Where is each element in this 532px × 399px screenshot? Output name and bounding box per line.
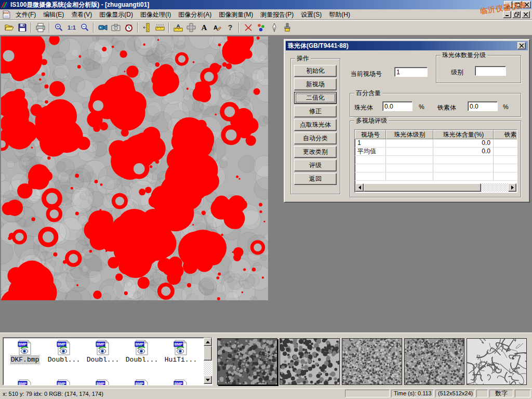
title-bar[interactable]: IS100显微摄像系统(金相分析版) - [zhuguangti01] xyxy=(0,0,532,9)
menu-image-analysis[interactable]: 图像分析(A) xyxy=(175,10,215,19)
file-name[interactable]: DKF.bmp xyxy=(11,356,39,364)
menu-edit[interactable]: 编辑(E) xyxy=(39,10,68,19)
scroll-down-button[interactable] xyxy=(204,376,212,384)
file-name[interactable]: Doubl... xyxy=(87,356,119,364)
file-item[interactable]: BMP DKF.bmp xyxy=(6,340,44,364)
table-hscrollbar[interactable] xyxy=(355,183,516,192)
col-pearlite-grade[interactable]: 珠光体级别 xyxy=(386,130,433,139)
status-time: Time (s): 0.113 xyxy=(391,390,434,397)
table-header: 视场号 珠光体级别 珠光体含量(%) 铁素体含量(%) xyxy=(355,130,517,139)
printer-icon xyxy=(36,23,45,32)
menu-settings[interactable]: 设置(S) xyxy=(297,10,325,19)
percent-group: 百分含量 珠光体 % 铁素体 % xyxy=(350,93,521,117)
zoom-in-button[interactable] xyxy=(52,21,65,34)
file-item-partial[interactable]: BMP xyxy=(84,379,122,385)
cell xyxy=(433,156,494,164)
file-item-partial[interactable]: BMP xyxy=(6,379,44,385)
file-item-partial[interactable]: BMP xyxy=(45,379,83,385)
hscroll-thumb[interactable] xyxy=(364,183,481,192)
return-button[interactable]: 返回 xyxy=(294,173,337,185)
binarize-button[interactable]: 二值化 xyxy=(294,92,337,104)
auto-classify-button[interactable]: 自动分类 xyxy=(294,132,337,144)
scroll-right-button[interactable] xyxy=(508,183,516,192)
svg-text:BMP: BMP xyxy=(175,342,183,346)
ferrite-percent-input[interactable] xyxy=(468,101,498,111)
photo-capture-button[interactable] xyxy=(109,21,122,34)
file-item[interactable]: BMP HuiTi... xyxy=(162,340,200,364)
thumbnail-4[interactable] xyxy=(404,338,464,385)
change-class-button[interactable]: 更改类别 xyxy=(294,146,337,158)
init-button[interactable]: 初始化 xyxy=(294,65,337,77)
current-field-label: 当前视场号 xyxy=(351,70,382,78)
menu-image-measure[interactable]: 图像测量(M) xyxy=(215,10,257,19)
child-window-icon[interactable]: DOC xyxy=(3,10,10,19)
child-restore-icon xyxy=(514,12,519,17)
timer-button[interactable] xyxy=(122,21,135,34)
vscroll-thumb[interactable] xyxy=(204,346,212,361)
file-name[interactable]: Doubl... xyxy=(126,356,158,364)
grid-merge-button[interactable] xyxy=(184,21,197,34)
level-input[interactable] xyxy=(475,66,506,76)
col-pearlite-pct[interactable]: 珠光体含量(%) xyxy=(433,130,494,139)
print-button[interactable] xyxy=(34,21,47,34)
open-file-button[interactable] xyxy=(3,21,16,34)
file-name[interactable]: Doubl... xyxy=(48,356,80,364)
scroll-up-button[interactable] xyxy=(204,338,212,346)
thumbnail-3[interactable] xyxy=(342,338,402,385)
menu-image-process[interactable]: 图像处理(I) xyxy=(137,10,175,19)
correct-button[interactable]: 修正 xyxy=(294,105,337,117)
col-field-no[interactable]: 视场号 xyxy=(355,130,386,139)
file-item[interactable]: BMP Doubl... xyxy=(123,340,161,364)
menu-view[interactable]: 查看(V) xyxy=(68,10,96,19)
caliper-measure-button[interactable] xyxy=(140,21,153,34)
brush-tool-button[interactable] xyxy=(281,21,294,34)
file-name[interactable]: HuiTi... xyxy=(165,356,197,364)
cell xyxy=(386,139,433,148)
video-capture-button[interactable] xyxy=(96,21,109,34)
menu-image-display[interactable]: 图像显示(D) xyxy=(96,10,137,19)
thumbnail-2[interactable] xyxy=(280,338,340,385)
pearlite-percent-input[interactable] xyxy=(382,101,413,111)
grade-button[interactable]: 评级 xyxy=(294,159,337,171)
file-item[interactable]: BMP Doubl... xyxy=(45,340,83,364)
current-field-input[interactable] xyxy=(394,67,428,77)
curve-split-button[interactable] xyxy=(242,21,255,34)
file-item-partial[interactable]: BMP xyxy=(162,379,200,385)
label-measure-button[interactable]: A xyxy=(171,21,184,34)
col-ferrite-pct[interactable]: 铁素体含量(%) xyxy=(494,130,517,139)
micrograph-view[interactable] xyxy=(1,36,268,300)
zoom-out-button[interactable] xyxy=(78,21,91,34)
pick-pearlite-button[interactable]: 点取珠光体 xyxy=(294,119,337,131)
table-row[interactable]: 平均值 0.0 xyxy=(355,148,517,156)
up-arrow-icon xyxy=(206,339,210,343)
grid-icon xyxy=(187,23,196,32)
thumbnail-1[interactable] xyxy=(217,338,277,385)
file-item-partial[interactable]: BMP xyxy=(123,379,161,385)
phase-marker-button[interactable] xyxy=(255,21,268,34)
pen-tool-button[interactable] xyxy=(268,21,281,34)
save-button[interactable] xyxy=(16,21,29,34)
file-list-vscrollbar[interactable] xyxy=(204,338,212,384)
letter-a-icon: A xyxy=(200,23,209,32)
toolbar: 1:1 A A A ? xyxy=(0,20,532,35)
text-annotate-button[interactable]: A xyxy=(197,21,210,34)
scroll-left-button[interactable] xyxy=(355,183,364,192)
help-button[interactable]: ? xyxy=(223,21,236,34)
new-field-button[interactable]: 新视场 xyxy=(294,78,337,90)
svg-text:BMP: BMP xyxy=(97,382,105,385)
child-restore-button[interactable] xyxy=(512,11,521,18)
file-item[interactable]: BMP Doubl... xyxy=(84,340,122,364)
actual-size-button[interactable]: 1:1 xyxy=(65,21,78,34)
table-row[interactable]: 1 0.0 xyxy=(355,139,517,148)
child-close-button[interactable] xyxy=(522,11,530,18)
menu-measure-report[interactable]: 测量报告(P) xyxy=(257,10,297,19)
menu-help[interactable]: 帮助(H) xyxy=(325,10,354,19)
dialog-title-bar[interactable]: 珠光体(GB/T9441-88) xyxy=(286,41,528,50)
dialog-close-button[interactable] xyxy=(517,42,526,49)
menu-file[interactable]: 文件(F) xyxy=(12,10,39,19)
edit-annotate-button[interactable]: A xyxy=(210,21,223,34)
ruler-measure-button[interactable] xyxy=(153,21,166,34)
thumbnail-5[interactable] xyxy=(467,338,527,385)
grade-group-label: 珠光体数量分级 xyxy=(441,51,487,59)
cell: 平均值 xyxy=(355,148,386,156)
